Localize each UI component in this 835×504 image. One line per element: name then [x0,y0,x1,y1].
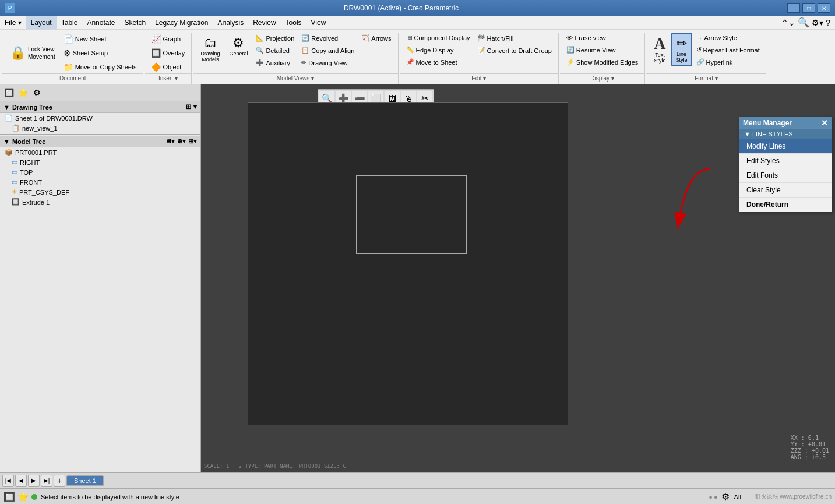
menu-table[interactable]: Table [57,16,83,29]
general-button[interactable]: ⚙ General [225,33,252,68]
canvas-area[interactable]: 🔍 ➕ ➖ ⬜ 🖼 🖱 ✂ SCALE: 1 : [201,84,835,472]
model-tree-icon3[interactable]: ⊞▾ [188,138,197,145]
ribbon-group-model-views: 🗂 DrawingModels ⚙ General 📐 Projection 🔍… [193,33,398,84]
insert-buttons: 📈 Graph 🔲 Overlay 🔶 Object [148,33,188,73]
part-icon: 📦 [5,149,13,156]
mm-edit-styles[interactable]: Edit Styles [739,154,832,168]
new-sheet-button[interactable]: 📄 New Sheet [61,33,140,45]
minimize-button[interactable]: — [787,3,800,13]
menu-sketch[interactable]: Sketch [119,16,150,29]
drawing-tree-sheet1[interactable]: 📄 Sheet 1 of DRW0001.DRW [0,113,200,123]
format-buttons: A TextStyle ✏ LineStyle → Arrow Style ↺ … [650,33,762,73]
mm-edit-fonts[interactable]: Edit Fonts [739,168,832,183]
options-icon[interactable]: ⚙▾ [812,18,823,27]
drawing-tree-grid-icon[interactable]: ⊞ [186,103,191,111]
menu-review[interactable]: Review [248,16,280,29]
status-gear-icon[interactable]: ⚙ [721,491,730,502]
drawing-view-icon: ✏ [301,59,306,66]
edge-display-button[interactable]: 📏 Edge Display [403,44,473,55]
csys-icon: ✳ [12,188,17,196]
search-icon[interactable]: 🔍 [798,17,809,28]
graph-button[interactable]: 📈 Graph [148,33,188,45]
model-tree-collapse-icon[interactable]: ▼ [3,138,10,145]
sheet-tabs: |◀ ◀ ▶ ▶| + Sheet 1 [0,472,835,488]
show-modified-edges-button[interactable]: ⚡ Show Modified Edges [563,57,641,68]
model-tree-top[interactable]: ▭ TOP [0,167,200,177]
menu-layout[interactable]: Layout [26,16,57,29]
erase-view-button[interactable]: 👁 Erase view [563,33,641,43]
model-tree-csys[interactable]: ✳ PRT_CSYS_DEF [0,187,200,197]
projection-button[interactable]: 📐 Projection [253,33,297,44]
layout-icon-btn[interactable]: 🔲 [2,86,15,99]
mm-clear-style[interactable]: Clear Style [739,183,832,198]
settings-icon-btn[interactable]: ⚙ [30,86,43,99]
copy-align-button[interactable]: 📋 Copy and Align [298,45,357,56]
status-icon-1[interactable]: 🔲 [3,491,15,502]
menu-tools[interactable]: Tools [281,16,306,29]
auxiliary-button[interactable]: ➕ Auxiliary [253,57,297,68]
maximize-button[interactable]: □ [802,3,815,13]
object-button[interactable]: 🔶 Object [148,61,188,73]
hatch-fill-icon: 🏁 [477,34,485,42]
sheet-tab-1[interactable]: Sheet 1 [66,475,104,486]
mm-done-return[interactable]: Done/Return [739,198,832,212]
drawing-models-button[interactable]: 🗂 DrawingModels [196,33,224,68]
new-sheet-icon: 📄 [64,34,73,44]
auxiliary-icon: ➕ [256,59,264,66]
component-display-button[interactable]: 🖥 Component Display [403,33,473,43]
mm-modify-lines[interactable]: Modify Lines [739,139,832,154]
sheet-nav-next[interactable]: ▶ [28,475,40,487]
menu-file[interactable]: File ▾ [0,16,26,29]
star-icon-btn[interactable]: ⭐ [16,86,29,99]
ribbon-group-format: A TextStyle ✏ LineStyle → Arrow Style ↺ … [646,33,766,84]
hyperlink-button[interactable]: 🔗 Hyperlink [693,57,763,68]
model-tree-front[interactable]: ▭ FRONT [0,177,200,187]
menu-view[interactable]: View [306,16,331,29]
resume-view-button[interactable]: 🔄 Resume View [563,44,641,55]
menu-manager-close-button[interactable]: ✕ [821,119,828,127]
repeat-last-format-button[interactable]: ↺ Repeat Last Format [693,44,763,55]
move-copy-sheets-button[interactable]: 📁 Move or Copy Sheets [61,61,140,73]
sheet-setup-button[interactable]: ⚙ Sheet Setup [61,47,140,59]
line-style-button[interactable]: ✏ LineStyle [671,33,692,66]
text-style-button[interactable]: A TextStyle [650,33,670,66]
status-icon-2[interactable]: ⭐ [17,491,29,502]
hatch-fill-button[interactable]: 🏁 Hatch/Fill [474,33,555,44]
convert-draft-button[interactable]: 📝 Convert to Draft Group [474,45,555,56]
model-tree-header: ▼ Model Tree 🖥▾ ⊕▾ ⊞▾ [0,136,200,147]
model-tree-prt0001[interactable]: 📦 PRT0001.PRT [0,147,200,157]
menu-legacy-migration[interactable]: Legacy Migration [150,16,213,29]
sheet-add-button[interactable]: + [54,475,65,487]
detailed-button[interactable]: 🔍 Detailed [253,45,297,56]
display-buttons: 👁 Erase view 🔄 Resume View ⚡ Show Modifi… [563,33,641,73]
arrows-button[interactable]: 🏹 Arrows [358,33,394,44]
drawing-tree-new-view[interactable]: 📋 new_view_1 [0,123,200,133]
drawing-tree-options-icon[interactable]: ▾ [193,103,197,111]
model-tree-right[interactable]: ▭ RIGHT [0,157,200,167]
lock-view-button[interactable]: 🔒 Lock ViewMovement [6,33,59,73]
drawing-view-button[interactable]: ✏ Drawing View [298,57,357,68]
drawing-tree-collapse-icon[interactable]: ▼ [3,104,10,111]
plane-icon-top: ▭ [12,168,17,176]
status-all-label: All [734,494,741,501]
close-button[interactable]: ✕ [818,3,830,13]
model-tree-icon2[interactable]: ⊕▾ [177,138,186,145]
arrow-style-icon: → [696,34,703,41]
titlebar: P DRW0001 (Active) - Creo Parametric — □… [0,0,835,16]
plane-icon-right: ▭ [12,158,17,166]
overlay-button[interactable]: 🔲 Overlay [148,47,188,59]
model-tree-icon1[interactable]: 🖥▾ [165,138,175,145]
arrow-indicator [672,160,718,232]
menu-analysis[interactable]: Analysis [213,16,249,29]
sheet-nav-last[interactable]: ▶| [41,475,52,487]
model-tree-extrude1[interactable]: 🔲 Extrude 1 [0,197,200,207]
sheet-nav-prev[interactable]: ◀ [15,475,27,487]
sheet-nav-first[interactable]: |◀ [2,475,14,487]
arrow-style-button[interactable]: → Arrow Style [693,33,763,43]
new-view-icon: 📋 [12,124,20,132]
revolved-button[interactable]: 🔄 Revolved [298,33,357,44]
status-green-dot [31,494,37,500]
move-to-sheet-button[interactable]: 📌 Move to Sheet [403,57,473,68]
help-icon[interactable]: ? [826,18,830,27]
menu-annotate[interactable]: Annotate [82,16,119,29]
